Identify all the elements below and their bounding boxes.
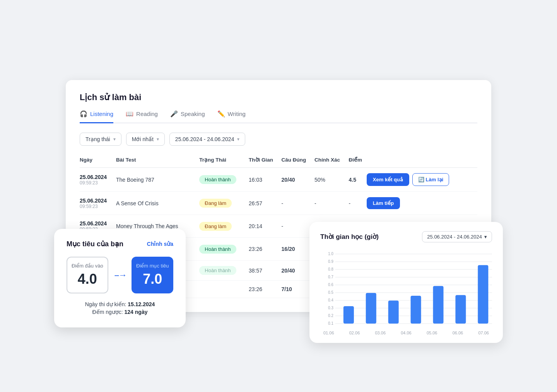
- col-ngay: Ngày: [80, 157, 116, 168]
- row1-test: The Boeing 787: [116, 168, 199, 192]
- countdown-line: Đếm ngược: 124 ngày: [67, 309, 173, 315]
- lam-tiep-button[interactable]: Làm tiếp: [367, 197, 400, 209]
- col-diem: Điểm: [349, 157, 367, 168]
- row5-duration: 38:57: [249, 261, 281, 281]
- tab-reading[interactable]: 📖 Reading: [126, 110, 158, 123]
- row3-duration: 20:14: [249, 215, 281, 238]
- tab-listening-label: Listening: [90, 111, 113, 117]
- bar-0606: [455, 295, 466, 324]
- sort-filter[interactable]: Mới nhất ▾: [126, 133, 165, 146]
- x-label-0406: 04.06: [401, 331, 412, 335]
- svg-text:0.4: 0.4: [328, 298, 333, 302]
- status-filter[interactable]: Trạng thái ▾: [80, 133, 121, 146]
- row2-status: Đang làm: [199, 192, 249, 215]
- page-title: Lịch sử làm bài: [80, 92, 477, 102]
- col-actions: [367, 157, 477, 168]
- listening-icon: 🎧: [80, 110, 87, 118]
- svg-text:0.1: 0.1: [328, 321, 333, 326]
- xem-ket-qua-button[interactable]: Xem kết quả: [367, 173, 409, 186]
- bar-0506: [433, 286, 443, 324]
- filters-row: Trạng thái ▾ Mới nhất ▾ 25.06.2024 - 24.…: [80, 133, 477, 146]
- row1-correct: 20/40: [282, 168, 314, 192]
- writing-icon: ✏️: [217, 110, 225, 118]
- svg-text:1.0: 1.0: [328, 252, 333, 256]
- bar-0306: [388, 301, 399, 324]
- target-score-value: 7.0: [132, 271, 173, 287]
- x-label-0706: 07.06: [478, 331, 489, 335]
- svg-text:0.7: 0.7: [328, 275, 333, 279]
- countdown-label: Đếm ngược:: [92, 309, 123, 315]
- target-score-label: Điểm mục tiêu: [132, 263, 173, 269]
- x-label-0306: 03.06: [375, 331, 386, 335]
- svg-text:0.2: 0.2: [328, 314, 333, 318]
- goal-card-footer: Ngày thi dự kiến: 15.12.2024 Đếm ngược: …: [67, 301, 173, 315]
- x-label-0506: 05.06: [427, 331, 437, 335]
- exam-date-value: 15.12.2024: [128, 301, 155, 307]
- sort-chevron-icon: ▾: [157, 136, 159, 142]
- table-row: 25.06.2024 09:59:23 A Sense Of Crisis Đa…: [80, 192, 477, 215]
- exam-date-line: Ngày thi dự kiến: 15.12.2024: [67, 301, 173, 307]
- goal-card-header: Mục tiêu của bạn Chỉnh sửa: [67, 240, 173, 248]
- col-chinhxac: Chính Xác: [314, 157, 349, 168]
- sort-filter-label: Mới nhất: [132, 136, 154, 142]
- row2-test: A Sense Of Crisis: [116, 192, 199, 215]
- arrow-icon: - - →: [114, 270, 126, 280]
- svg-text:0.3: 0.3: [328, 306, 333, 310]
- col-thoigian: Thời Gian: [249, 157, 281, 168]
- row2-accuracy: -: [314, 192, 349, 215]
- tabs-bar: 🎧 Listening 📖 Reading 🎤 Speaking ✏️ Writ…: [80, 110, 477, 123]
- row4-duration: 23:26: [249, 238, 281, 261]
- bar-0106: [343, 306, 354, 324]
- row2-actions: Làm tiếp: [367, 192, 477, 215]
- goal-card-title: Mục tiêu của bạn: [67, 240, 123, 248]
- entry-score-box: Điểm đầu vào 4.0: [67, 257, 108, 293]
- chart-area: 1.0 0.9 0.8 0.7 0.6 0.5 0.4 0.3 0.2 0.1: [320, 250, 492, 327]
- status-filter-label: Trạng thái: [85, 136, 110, 142]
- tab-reading-label: Reading: [136, 111, 158, 117]
- target-score-box: Điểm mục tiêu 7.0: [132, 257, 173, 293]
- row2-correct: -: [282, 192, 314, 215]
- table-row: 25.06.2024 09:59:23 The Boeing 787 Hoàn …: [80, 168, 477, 192]
- tab-listening[interactable]: 🎧 Listening: [80, 110, 113, 123]
- svg-text:0.6: 0.6: [328, 283, 333, 287]
- bar-0206: [366, 293, 376, 324]
- row3-status: Đang làm: [199, 215, 249, 238]
- goal-card: Mục tiêu của bạn Chỉnh sửa Điểm đầu vào …: [54, 229, 186, 327]
- bar-0706: [478, 265, 488, 324]
- goal-edit-link[interactable]: Chỉnh sửa: [147, 241, 173, 247]
- date-filter-label: 25.06.2024 - 24.06.2024: [175, 136, 234, 142]
- chart-title: Thời gian học (giờ): [320, 233, 379, 241]
- bar-chart-svg: 1.0 0.9 0.8 0.7 0.6 0.5 0.4 0.3 0.2 0.1: [320, 250, 492, 327]
- svg-text:0.9: 0.9: [328, 259, 333, 264]
- entry-score-label: Điểm đầu vào: [67, 263, 108, 269]
- tab-speaking-label: Speaking: [181, 111, 205, 117]
- date-chevron-icon: ▾: [237, 136, 239, 142]
- col-baitest: Bài Test: [116, 157, 199, 168]
- chart-header: Thời gian học (giờ) 25.06.2024 - 24.06.2…: [320, 231, 492, 242]
- row1-accuracy: 50%: [314, 168, 349, 192]
- col-trangthai: Trạng Thái: [199, 157, 249, 168]
- col-caudung: Câu Đúng: [282, 157, 314, 168]
- chart-date-filter[interactable]: 25.06.2024 - 24.06.2024 ▾: [422, 231, 492, 242]
- score-row: Điểm đầu vào 4.0 - - → Điểm mục tiêu 7.0: [67, 257, 173, 293]
- row4-status: Hoàn thành: [199, 238, 249, 261]
- row1-date: 25.06.2024 09:59:23: [80, 168, 116, 192]
- speaking-icon: 🎤: [170, 110, 178, 118]
- row6-status: [199, 281, 249, 298]
- exam-date-label: Ngày thi dự kiến:: [85, 301, 126, 307]
- tab-writing-label: Writing: [228, 111, 246, 117]
- chart-chevron-icon: ▾: [484, 234, 487, 240]
- status-chevron-icon: ▾: [113, 136, 116, 142]
- svg-text:0.5: 0.5: [328, 290, 333, 295]
- x-label-0606: 06.06: [453, 331, 463, 335]
- tab-writing[interactable]: ✏️ Writing: [217, 110, 246, 123]
- reading-icon: 📖: [126, 110, 133, 118]
- row1-duration: 16:03: [249, 168, 281, 192]
- row1-status: Hoàn thành: [199, 168, 249, 192]
- lam-lai-button[interactable]: 🔄 Làm lại: [412, 173, 449, 186]
- date-filter[interactable]: 25.06.2024 - 24.06.2024 ▾: [169, 133, 246, 146]
- row1-score: 4.5: [349, 168, 367, 192]
- row6-duration: 23:26: [249, 281, 281, 298]
- chart-card: Thời gian học (giờ) 25.06.2024 - 24.06.2…: [309, 222, 503, 343]
- tab-speaking[interactable]: 🎤 Speaking: [170, 110, 205, 123]
